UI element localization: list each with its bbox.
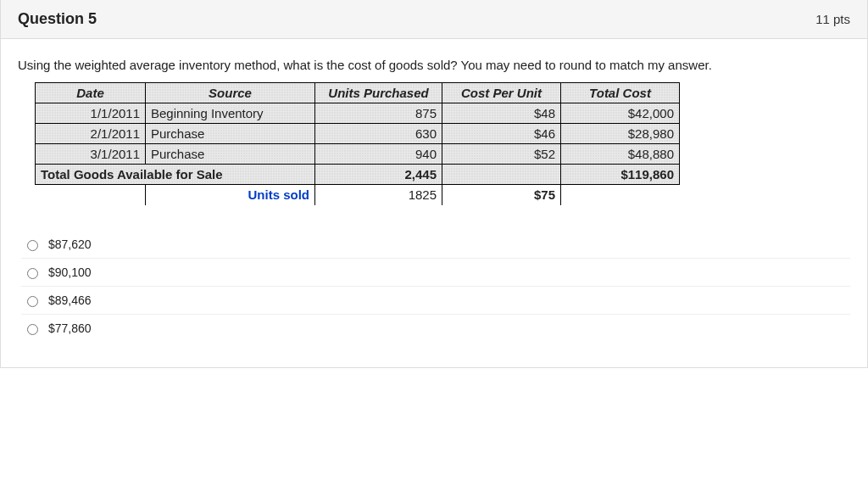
answer-radio[interactable] xyxy=(27,296,38,307)
answer-label: $89,466 xyxy=(48,293,92,307)
table-row: 2/1/2011 Purchase 630 $46 $28,980 xyxy=(36,124,680,144)
answer-label: $90,100 xyxy=(48,265,92,279)
answer-options: $87,620 $90,100 $89,466 $77,860 xyxy=(21,231,850,342)
answer-option[interactable]: $89,466 xyxy=(21,287,850,315)
table-sold-row: Units sold 1825 $75 xyxy=(36,185,680,205)
cell-date: 2/1/2011 xyxy=(36,124,146,144)
col-header-source: Source xyxy=(146,83,315,103)
cell-source: Beginning Inventory xyxy=(146,103,315,124)
cell-units: 630 xyxy=(315,124,442,144)
cell-source: Purchase xyxy=(146,144,315,165)
table-header-row: Date Source Units Purchased Cost Per Uni… xyxy=(36,83,680,103)
cell-total: $42,000 xyxy=(561,103,680,124)
table-row: 3/1/2011 Purchase 940 $52 $48,880 xyxy=(36,144,680,165)
question-title: Question 5 xyxy=(18,10,97,28)
answer-label: $77,860 xyxy=(48,321,92,335)
answer-label: $87,620 xyxy=(48,237,92,251)
answer-radio[interactable] xyxy=(27,240,38,251)
question-body: Using the weighted average inventory met… xyxy=(1,39,867,350)
cell-units: 940 xyxy=(315,144,442,165)
answer-option[interactable]: $90,100 xyxy=(21,259,850,287)
units-sold-label: Units sold xyxy=(146,185,315,205)
question-container: Question 5 11 pts Using the weighted ave… xyxy=(0,0,868,368)
col-header-units: Units Purchased xyxy=(315,83,442,103)
answer-option[interactable]: $77,860 xyxy=(21,315,850,342)
units-sold-value: 1825 xyxy=(315,185,442,205)
units-sold-price: $75 xyxy=(442,185,561,205)
answer-radio[interactable] xyxy=(27,268,38,279)
col-header-date: Date xyxy=(36,83,146,103)
question-prompt: Using the weighted average inventory met… xyxy=(18,58,850,72)
cell-source: Purchase xyxy=(146,124,315,144)
question-header: Question 5 11 pts xyxy=(1,0,867,39)
answer-radio[interactable] xyxy=(27,324,38,335)
question-points: 11 pts xyxy=(815,12,850,26)
table-totals-row: Total Goods Available for Sale 2,445 $11… xyxy=(36,165,680,185)
col-header-cpu: Cost Per Unit xyxy=(442,83,561,103)
cell-date: 3/1/2011 xyxy=(36,144,146,165)
cell-cpu: $48 xyxy=(442,103,561,124)
data-table-wrap: Date Source Units Purchased Cost Per Uni… xyxy=(35,82,850,205)
cell-date: 1/1/2011 xyxy=(36,103,146,124)
inventory-table: Date Source Units Purchased Cost Per Uni… xyxy=(35,82,680,205)
cell-total: $48,880 xyxy=(561,144,680,165)
cell-cpu: $52 xyxy=(442,144,561,165)
col-header-total: Total Cost xyxy=(561,83,680,103)
totals-total: $119,860 xyxy=(561,165,680,185)
cell-units: 875 xyxy=(315,103,442,124)
totals-cpu xyxy=(442,165,561,185)
table-row: 1/1/2011 Beginning Inventory 875 $48 $42… xyxy=(36,103,680,124)
totals-label: Total Goods Available for Sale xyxy=(36,165,315,185)
cell-cpu: $46 xyxy=(442,124,561,144)
answer-option[interactable]: $87,620 xyxy=(21,231,850,259)
totals-units: 2,445 xyxy=(315,165,442,185)
cell-total: $28,980 xyxy=(561,124,680,144)
